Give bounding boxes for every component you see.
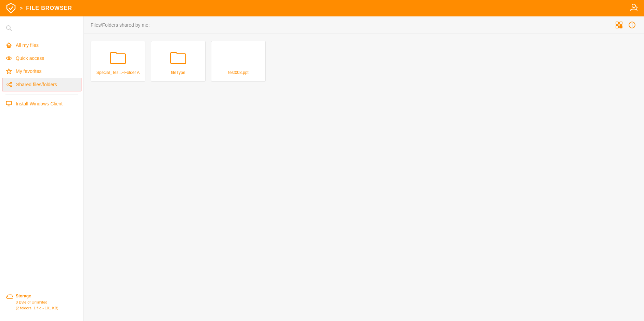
info-button[interactable] — [627, 21, 637, 29]
header-title: FILE BROWSER — [26, 5, 72, 11]
file-card-name-2: fileType — [171, 70, 185, 75]
toolbar-title: Files/Folders shared by me: — [91, 22, 150, 28]
sidebar-divider — [5, 94, 78, 94]
storage-line2: (2 folders, 1 file - 101 KB) — [16, 305, 58, 311]
sidebar-item-label-all-my-files: All my files — [16, 42, 39, 48]
grid-view-button[interactable] — [614, 21, 624, 29]
app-header: > FILE BROWSER — [0, 0, 644, 16]
header-arrow: > — [20, 5, 23, 11]
svg-rect-19 — [616, 26, 618, 28]
star-icon — [5, 68, 12, 74]
svg-point-10 — [7, 84, 8, 85]
sidebar-item-label-install-windows-client: Install Windows Client — [16, 101, 63, 106]
toolbar-icons — [614, 21, 637, 29]
header-right — [629, 2, 639, 14]
main-layout: All my files Quick access — [0, 16, 644, 321]
storage-info: Storage 0 Byte of Unlimited (2 folders, … — [16, 293, 58, 311]
svg-marker-0 — [7, 3, 15, 13]
svg-line-13 — [8, 85, 10, 86]
search-icon[interactable] — [5, 25, 12, 33]
folder-icon-1 — [110, 51, 126, 67]
svg-rect-20 — [620, 26, 622, 28]
file-card-2[interactable]: fileType — [151, 41, 206, 82]
sidebar-item-my-favorites[interactable]: My favorites — [0, 65, 83, 78]
storage-label: Storage — [16, 293, 58, 299]
svg-point-23 — [632, 23, 632, 24]
svg-rect-18 — [620, 22, 622, 24]
storage-line1: 0 Byte of Unlimited — [16, 299, 58, 306]
svg-rect-5 — [8, 46, 10, 48]
file-grid: Special_Tes...~Folder A fileType t — [84, 34, 644, 89]
file-card-name-3: test003.ppt — [228, 70, 248, 75]
sidebar-item-label-my-favorites: My favorites — [16, 68, 41, 74]
svg-line-12 — [8, 83, 10, 84]
svg-line-3 — [10, 29, 12, 31]
svg-point-11 — [10, 86, 12, 87]
file-card-1[interactable]: Special_Tes...~Folder A — [91, 41, 145, 82]
file-card-3[interactable]: test003.ppt — [211, 41, 266, 82]
user-profile-icon[interactable] — [629, 2, 639, 14]
header-left: > FILE BROWSER — [5, 3, 72, 14]
monitor-icon — [5, 101, 12, 107]
sidebar-storage-divider — [5, 286, 78, 286]
folder-icon-2 — [170, 51, 186, 67]
svg-point-7 — [8, 57, 10, 59]
sidebar-item-quick-access[interactable]: Quick access — [0, 52, 83, 65]
svg-point-9 — [10, 82, 12, 84]
sidebar-item-shared-files-folders[interactable]: Shared files/folders — [2, 78, 81, 91]
svg-rect-14 — [6, 101, 12, 105]
sidebar-item-all-my-files[interactable]: All my files — [0, 39, 83, 52]
main-toolbar: Files/Folders shared by me: — [84, 16, 644, 34]
search-area — [0, 22, 83, 39]
cloud-icon — [5, 294, 13, 301]
storage-section: Storage 0 Byte of Unlimited (2 folders, … — [0, 289, 83, 316]
share-icon — [6, 81, 13, 88]
main-content: Files/Folders shared by me: — [84, 16, 644, 321]
sidebar-nav: All my files Quick access — [0, 39, 83, 283]
sidebar-item-label-quick-access: Quick access — [16, 55, 44, 61]
sidebar-item-label-shared-files-folders: Shared files/folders — [16, 82, 57, 87]
file-card-name-1: Special_Tes...~Folder A — [96, 70, 140, 75]
svg-point-1 — [632, 4, 635, 8]
svg-rect-17 — [616, 22, 618, 24]
sidebar-item-install-windows-client[interactable]: Install Windows Client — [0, 97, 83, 110]
sidebar: All my files Quick access — [0, 16, 84, 321]
eye-icon — [5, 55, 12, 61]
logo-icon — [5, 3, 16, 14]
svg-marker-8 — [6, 69, 12, 74]
home-icon — [5, 42, 12, 48]
